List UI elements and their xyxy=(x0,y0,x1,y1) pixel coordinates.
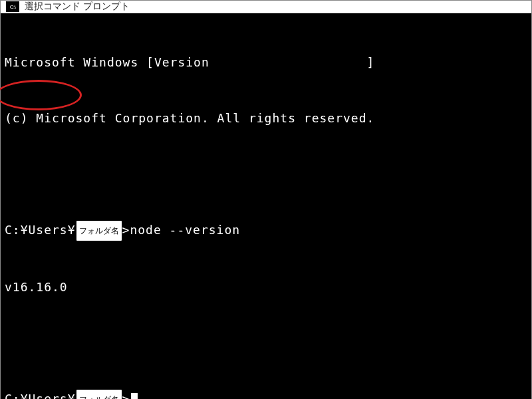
window-title: 選択コマンド プロンプト xyxy=(25,1,130,13)
cursor xyxy=(131,393,138,399)
command-prompt-window: C:\ 選択コマンド プロンプト Microsoft Windows [Vers… xyxy=(0,0,532,399)
blank-line xyxy=(5,165,527,184)
cmd-icon: C:\ xyxy=(6,1,19,12)
folder-name-placeholder: フォルダ名 xyxy=(76,221,122,241)
annotation-ellipse xyxy=(0,80,82,110)
folder-name-placeholder-2: フォルダ名 xyxy=(76,390,122,399)
banner-text-post: ] xyxy=(367,55,375,69)
banner-text-pre: Microsoft Windows [Version xyxy=(5,55,209,69)
titlebar[interactable]: C:\ 選択コマンド プロンプト xyxy=(1,1,531,13)
terminal-area[interactable]: Microsoft Windows [Version ] (c) Microso… xyxy=(1,13,531,399)
banner-line-1: Microsoft Windows [Version ] xyxy=(5,53,527,72)
command-text: node --version xyxy=(130,223,240,237)
prompt-line-2: C:¥Users¥フォルダ名> xyxy=(5,390,527,399)
output-line-1: v16.16.0 xyxy=(5,278,527,297)
prompt2-suffix: > xyxy=(122,392,130,399)
prompt1-prefix: C:¥Users¥ xyxy=(5,223,76,237)
banner-line-2: (c) Microsoft Corporation. All rights re… xyxy=(5,109,527,128)
prompt-line-1: C:¥Users¥フォルダ名>node --version xyxy=(5,221,527,241)
prompt1-suffix: > xyxy=(122,223,130,237)
prompt2-prefix: C:¥Users¥ xyxy=(5,392,76,399)
blank-line-2 xyxy=(5,334,527,352)
